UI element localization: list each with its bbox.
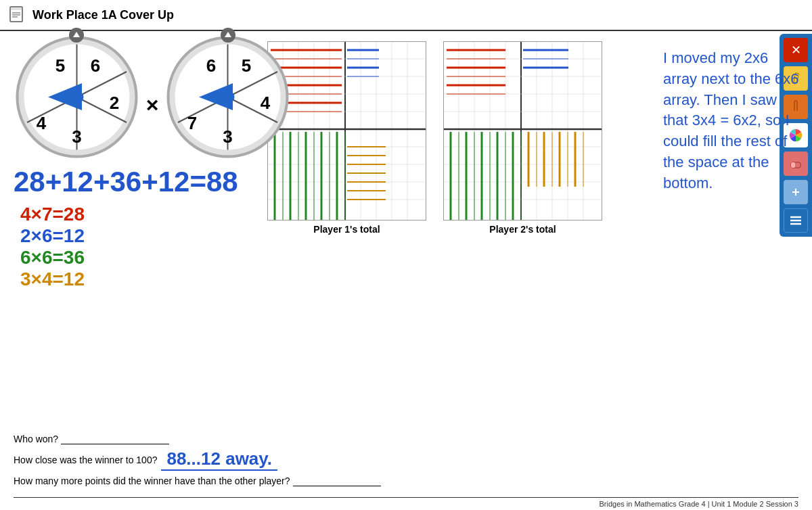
- how-close-label: How close was the winner to 100?: [14, 455, 157, 465]
- svg-text:5: 5: [242, 55, 251, 76]
- player2-grid-container: Player 2's total: [443, 41, 602, 235]
- svg-rect-1: [10, 7, 22, 10]
- svg-text:3: 3: [72, 126, 81, 147]
- how-many-row: How many more points did the winner have…: [14, 475, 636, 486]
- score-display: 28+12+36+12=88: [10, 166, 261, 198]
- who-won-row: Who won?: [14, 433, 636, 444]
- multiply-sign: ×: [146, 93, 159, 118]
- spinner1-svg: 5 6 2 3 4: [14, 34, 139, 160]
- left-panel: 5 6 2 3 4 ×: [10, 34, 261, 290]
- anchor-icon: [72, 30, 81, 40]
- player1-grid-svg: [267, 41, 426, 221]
- spinner1[interactable]: 5 6 2 3 4: [14, 34, 139, 162]
- equation-2: 2×6=12: [20, 225, 261, 247]
- player2-grid-svg: [443, 41, 602, 221]
- svg-marker-33: [225, 32, 231, 37]
- page-title: Work Place 1A Cover Up: [32, 8, 174, 22]
- player2-label: Player 2's total: [489, 224, 556, 235]
- svg-marker-18: [73, 32, 80, 37]
- spinner2[interactable]: 6 5 4 3 7: [165, 34, 290, 162]
- svg-text:4: 4: [36, 113, 46, 133]
- grids-row: Player 1's total: [267, 41, 653, 235]
- page-footer: Bridges in Mathematics Grade 4 | Unit 1 …: [0, 497, 812, 510]
- who-won-line: [61, 433, 169, 444]
- svg-text:2: 2: [109, 93, 118, 113]
- who-won-label: Who won?: [14, 434, 58, 444]
- right-panel: I moved my 2x6 array next to the 6x6 arr…: [653, 34, 802, 290]
- equation-1: 4×7=28: [20, 204, 261, 225]
- explanation-text: I moved my 2x6 array next to the 6x6 arr…: [663, 48, 802, 194]
- equations-list: 4×7=28 2×6=12 6×6=36 3×4=12: [10, 204, 261, 290]
- svg-text:6: 6: [90, 55, 99, 76]
- equation-4: 3×4=12: [20, 269, 261, 290]
- page-header: Work Place 1A Cover Up: [0, 0, 812, 31]
- player1-grid-container: Player 1's total: [267, 41, 426, 235]
- spinner2-svg: 6 5 4 3 7: [165, 34, 290, 160]
- svg-text:4: 4: [261, 93, 271, 113]
- how-close-row: How close was the winner to 100? 88...12…: [14, 448, 636, 471]
- spinners-row: 5 6 2 3 4 ×: [44, 34, 261, 162]
- equation-3: 6×6=36: [20, 247, 261, 269]
- svg-point-32: [70, 91, 83, 104]
- how-close-answer-box: 88...12 away.: [161, 448, 277, 471]
- anchor-icon2: [223, 30, 233, 40]
- player1-label: Player 1's total: [313, 224, 380, 235]
- svg-point-47: [221, 91, 235, 104]
- svg-text:5: 5: [55, 55, 64, 76]
- svg-text:6: 6: [206, 55, 216, 76]
- svg-text:7: 7: [187, 113, 197, 133]
- how-close-answer: 88...12 away.: [166, 448, 272, 469]
- how-many-label: How many more points did the winner have…: [14, 476, 290, 486]
- page-info: Bridges in Mathematics Grade 4 | Unit 1 …: [0, 498, 812, 510]
- middle-panel: Player 1's total: [261, 34, 653, 290]
- how-many-line: [293, 475, 381, 486]
- svg-text:3: 3: [223, 126, 233, 147]
- worksheet-icon: [8, 5, 27, 24]
- spinner1-anchor: [69, 28, 84, 43]
- spinner2-anchor: [221, 28, 235, 43]
- footer-questions: Who won? How close was the winner to 100…: [14, 433, 636, 486]
